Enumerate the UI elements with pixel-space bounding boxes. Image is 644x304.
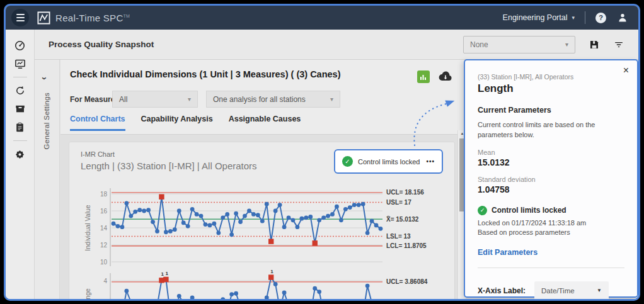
svg-text:12: 12 [100,242,108,249]
tab-control-charts[interactable]: Control Charts [70,115,125,131]
svg-text:X̄= 15.0132: X̄= 15.0132 [386,216,419,223]
current-parameters-heading: Current Parameters [478,106,624,115]
page-header: Process Quality Snapshot None ▾ [35,30,638,60]
preset-dropdown-value: None [470,40,488,49]
mean-label: Mean [478,149,624,156]
svg-text:18: 18 [100,191,108,198]
hamburger-menu-icon[interactable] [11,9,29,26]
cloud-download-button[interactable] [438,70,453,82]
tab-bar: Control Charts Capability Analysis Assig… [70,115,301,131]
screenshot-frame: Real-Time SPCTM Engineering Portal ▾ ? [0,0,644,304]
sidebar-divider [13,140,27,141]
chart-type-label: I-MR Chart [81,150,115,158]
svg-text:10: 10 [100,259,108,266]
svg-text:1: 1 [165,271,168,276]
locked-details: Locked on 01/17/2024 11:33:18 am Based o… [478,218,624,238]
help-icon[interactable]: ? [595,13,606,23]
measure-dropdown-value: All [119,95,127,104]
locked-basis: Based on process parameters [478,228,624,237]
svg-text:4: 4 [103,278,107,284]
archive-box-icon[interactable] [14,103,26,115]
imr-chart-card: I-MR Chart Length | (33) Station [I-MR] … [69,142,455,301]
svg-text:1: 1 [270,269,273,274]
svg-text:LSL= 13: LSL= 13 [386,233,411,240]
stdev-label: Standard deviation [478,176,624,183]
chart-view-button[interactable] [417,70,430,83]
tab-capability-analysis[interactable]: Capability Analysis [141,115,213,131]
settings-gear-icon[interactable] [14,148,26,160]
preset-dropdown[interactable]: None ▾ [463,36,575,53]
expand-chevron-icon[interactable]: › [40,77,50,80]
x-axis-dropdown-value: Date/Time [541,287,575,295]
svg-text:Moving Range: Moving Range [84,288,91,300]
parameters-description: Current control limits are based on the … [478,120,619,140]
analysis-mode-value: One analysis for all stations [213,95,306,104]
edit-parameters-link[interactable]: Edit Parameters [478,248,624,257]
top-navbar: Real-Time SPCTM Engineering Portal ▾ ? [6,6,638,30]
x-axis-row: X-Axis Label: Date/Time ▼ [478,281,624,300]
analysis-title: Check Individual Dimensions (1 Unit | 3 … [70,69,341,79]
svg-text:LCL= 11.8705: LCL= 11.8705 [386,242,427,249]
badge-menu-icon[interactable]: ••• [426,158,435,165]
page-title: Process Quality Snapshot [49,40,154,49]
locked-timestamp: Locked on 01/17/2024 11:33:18 am [478,218,624,228]
general-settings-label[interactable]: General Settings [43,93,50,149]
mean-value: 15.0132 [478,157,624,167]
navbar-divider [585,11,585,24]
analysis-mode-dropdown[interactable]: One analysis for all stations ▾ [206,91,340,108]
filter-button[interactable] [613,40,624,50]
svg-text:14: 14 [100,225,108,232]
panel-subtitle: (33) Station [I-MR], All Operators [478,73,624,81]
x-axis-label: X-Axis Label: [478,286,526,295]
chevron-down-icon: ▼ [597,288,602,293]
clipboard-icon[interactable] [14,121,26,133]
svg-text:UCL= 18.156: UCL= 18.156 [386,189,424,196]
x-axis-dropdown[interactable]: Date/Time ▼ [534,281,609,300]
user-account-icon[interactable] [617,12,628,23]
panel-title: Length [478,82,624,95]
portal-switcher[interactable]: Engineering Portal ▾ [503,13,575,22]
svg-text:16: 16 [100,208,108,215]
chart-monitor-icon[interactable] [14,57,26,70]
icon-sidebar [6,30,35,299]
svg-text:UCL= 3.86084: UCL= 3.86084 [386,278,428,285]
close-icon[interactable]: × [623,65,629,76]
measure-dropdown[interactable]: All ▾ [112,91,198,108]
locked-status-row: ✓ Control limits locked [478,206,624,215]
check-icon: ✓ [478,206,487,215]
svg-text:1: 1 [161,271,164,277]
chevron-down-icon: ▾ [572,14,575,21]
chart-title: Length | (33) Station [I-MR] | All Opera… [81,160,257,171]
stdev-value: 1.04758 [478,184,624,194]
for-measure-label: For Measure: [70,95,117,104]
parameters-flyout-panel: × (33) Station [I-MR], All Operators Len… [464,59,638,298]
locked-status-title: Control limits locked [492,206,566,215]
sync-icon[interactable] [14,84,26,97]
app-window: Real-Time SPCTM Engineering Portal ▾ ? [4,4,640,301]
svg-text:USL= 17: USL= 17 [386,199,411,206]
dashboard-gauge-icon[interactable] [14,39,26,52]
imr-chart: 1816141210UCL= 18.156USL= 17LSL= 13LCL= … [76,181,454,300]
save-button[interactable] [589,39,600,50]
svg-text:Individual Value: Individual Value [84,205,91,251]
general-settings-rail: › General Settings [35,60,60,299]
chevron-down-icon: ▾ [188,96,191,103]
trademark: TM [124,14,130,18]
panel-divider [478,267,624,268]
chevron-down-icon: ▾ [565,41,568,48]
tab-assignable-causes[interactable]: Assignable Causes [229,115,301,131]
brand-title: Real-Time SPCTM [55,13,130,23]
sidebar-divider [13,77,27,77]
brand-logo-icon [37,11,50,25]
check-icon: ✓ [342,156,353,167]
locked-badge-label: Control limits locked [358,158,420,166]
control-limits-locked-badge[interactable]: ✓ Control limits locked ••• [334,149,443,174]
chevron-down-icon: ▾ [330,96,333,103]
